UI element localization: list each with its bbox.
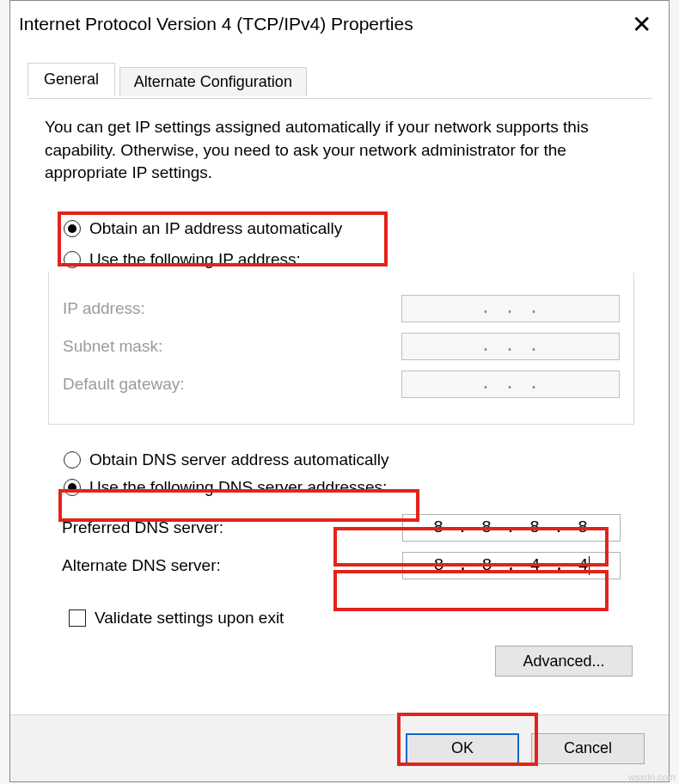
validate-label: Validate settings upon exit <box>95 609 284 628</box>
tab-strip: General Alternate Configuration <box>28 63 669 99</box>
preferred-dns-label: Preferred DNS server: <box>62 518 223 537</box>
subnet-mask-label: Subnet mask: <box>63 337 162 356</box>
field-default-gateway: Default gateway: . . . <box>63 371 620 398</box>
radio-ip-manual-label: Use the following IP address: <box>89 250 301 269</box>
close-icon[interactable]: ✕ <box>627 10 657 39</box>
radio-dns-auto-label: Obtain DNS server address automatically <box>89 450 388 469</box>
radio-dns-manual-row[interactable]: Use the following DNS server addresses: <box>64 478 645 497</box>
tab-alternate-configuration[interactable]: Alternate Configuration <box>119 67 307 96</box>
radio-icon <box>64 451 81 469</box>
cancel-button[interactable]: Cancel <box>531 733 645 764</box>
alternate-dns-input[interactable]: 8 . 8 . 4 . 4 <box>402 552 621 579</box>
default-gateway-label: Default gateway: <box>63 375 185 394</box>
watermark: wsxdn.com <box>628 772 676 782</box>
title-bar: Internet Protocol Version 4 (TCP/IPv4) P… <box>10 1 669 47</box>
preferred-dns-input[interactable]: 8 . 8 . 8 . 8 <box>402 514 621 542</box>
intro-text: You can get IP settings assigned automat… <box>45 116 645 185</box>
field-alternate-dns: Alternate DNS server: 8 . 8 . 4 . 4 <box>62 552 621 579</box>
ipv4-properties-dialog: Internet Protocol Version 4 (TCP/IPv4) P… <box>9 0 670 782</box>
field-subnet-mask: Subnet mask: . . . <box>63 333 620 360</box>
radio-dns-manual-label: Use the following DNS server addresses: <box>89 478 387 497</box>
dialog-footer: OK Cancel <box>10 714 669 781</box>
checkbox-icon <box>69 609 86 627</box>
radio-dns-auto-row[interactable]: Obtain DNS server address automatically <box>64 450 645 469</box>
advanced-button[interactable]: Advanced... <box>495 646 633 677</box>
radio-ip-auto-row[interactable]: Obtain an IP address automatically <box>64 219 645 238</box>
tab-content: You can get IP settings assigned automat… <box>10 99 669 628</box>
radio-icon <box>64 251 81 268</box>
alternate-dns-label: Alternate DNS server: <box>62 556 221 575</box>
ip-fields-group: IP address: . . . Subnet mask: . . . Def… <box>48 273 634 425</box>
validate-checkbox-row[interactable]: Validate settings upon exit <box>69 609 645 628</box>
field-ip-address: IP address: . . . <box>63 295 620 322</box>
ok-button[interactable]: OK <box>406 733 519 764</box>
radio-ip-manual-row[interactable]: Use the following IP address: <box>64 250 645 269</box>
field-preferred-dns: Preferred DNS server: 8 . 8 . 8 . 8 <box>62 514 621 542</box>
tab-general[interactable]: General <box>28 63 115 95</box>
subnet-mask-input: . . . <box>401 333 620 360</box>
window-title: Internet Protocol Version 4 (TCP/IPv4) P… <box>19 14 413 34</box>
radio-icon <box>64 479 81 496</box>
default-gateway-input: . . . <box>401 371 620 398</box>
radio-ip-auto-label: Obtain an IP address automatically <box>89 219 342 238</box>
radio-icon <box>64 220 81 237</box>
dns-fields-group: Preferred DNS server: 8 . 8 . 8 . 8 Alte… <box>48 500 634 579</box>
ip-address-label: IP address: <box>63 299 145 318</box>
ip-address-input: . . . <box>401 295 620 322</box>
text-caret <box>589 556 590 575</box>
